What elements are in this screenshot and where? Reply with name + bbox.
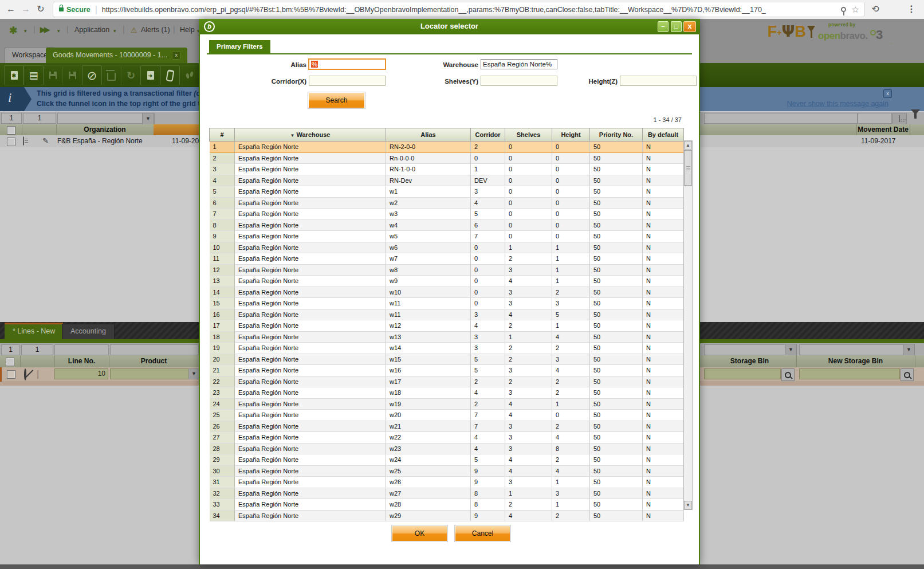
table-row[interactable]: 30España Región Nortew2594450N: [210, 465, 684, 477]
new-record-button[interactable]: ✱: [4, 65, 24, 85]
table-row[interactable]: 28España Región Nortew2343850N: [210, 443, 684, 454]
storage-bin-input[interactable]: [704, 368, 781, 379]
save-button[interactable]: [43, 65, 63, 85]
corridor-field[interactable]: [309, 76, 386, 86]
line-no-filter[interactable]: [54, 344, 109, 355]
browser-menu-icon[interactable]: ⋮: [905, 3, 918, 15]
maximize-button[interactable]: □: [671, 21, 682, 32]
table-scrollbar[interactable]: ▲ ▼: [683, 140, 693, 510]
never-show-link[interactable]: Never show this message again: [787, 100, 888, 108]
ok-button[interactable]: OK: [392, 525, 447, 541]
alerts-menu[interactable]: Alerts (1): [141, 26, 170, 34]
tab-goods-movements[interactable]: Goods Movements - 10000009 - 1...x: [46, 48, 187, 63]
back-icon[interactable]: ←: [5, 3, 17, 15]
table-row[interactable]: 33España Región Nortew2882150N: [210, 499, 684, 511]
table-row[interactable]: 7España Región Nortew350050N: [210, 209, 684, 220]
tab-accounting[interactable]: Accounting: [62, 324, 115, 339]
table-row[interactable]: 31España Región Nortew2693150N: [210, 477, 684, 488]
column-header-new-storage-bin[interactable]: New Storage Bin: [796, 355, 915, 367]
table-row[interactable]: 26España Región Nortew2173250N: [210, 421, 684, 432]
column-header-alias[interactable]: Alias: [386, 128, 471, 142]
table-row[interactable]: 4España Región NorteRN-DevDEV0050N: [210, 175, 684, 186]
history-icon[interactable]: ⟲: [869, 3, 882, 15]
reload-icon[interactable]: ↻: [34, 3, 47, 15]
movement-date-filter[interactable]: [858, 113, 892, 124]
table-row[interactable]: 23España Región Nortew1843250N: [210, 387, 684, 399]
new-storage-bin-search-icon[interactable]: [901, 368, 914, 381]
application-menu[interactable]: Application: [74, 26, 109, 34]
chevron-down-icon[interactable]: ▼: [785, 344, 797, 356]
table-row[interactable]: 16España Región Nortew1134550N: [210, 309, 684, 320]
column-header-line-no[interactable]: Line No.: [54, 355, 109, 367]
column-header-by-default[interactable]: By default: [643, 128, 684, 142]
table-row[interactable]: 8España Región Nortew460050N: [210, 219, 684, 231]
new-storage-bin-input[interactable]: [799, 368, 900, 379]
filter-cell[interactable]: [704, 113, 858, 124]
alias-field[interactable]: %: [308, 58, 386, 70]
chevron-down-icon[interactable]: ▾: [24, 28, 27, 34]
column-header-shelves[interactable]: Shelves: [505, 128, 552, 142]
scrollbar-thumb[interactable]: [684, 150, 692, 186]
undo-button[interactable]: ⊘: [82, 65, 102, 85]
table-row[interactable]: 9España Región Nortew570050N: [210, 231, 684, 242]
table-row[interactable]: 29España Región Nortew2454250N: [210, 454, 684, 466]
line-no-input[interactable]: 10: [54, 368, 108, 379]
funnel-icon[interactable]: [911, 115, 920, 125]
forward-icon[interactable]: →: [19, 3, 32, 15]
table-row[interactable]: 25España Región Nortew2074050N: [210, 410, 684, 421]
height-field[interactable]: [620, 76, 697, 86]
table-row[interactable]: 1España Región NorteRN-2-0-020050N: [210, 142, 684, 153]
row-checkbox[interactable]: [7, 370, 15, 379]
warehouse-field[interactable]: España Región Norte%: [481, 59, 557, 69]
column-header-priority-no-[interactable]: Priority No.: [590, 128, 643, 142]
storage-bin-filter[interactable]: [704, 344, 785, 355]
new-storage-bin-filter[interactable]: [799, 344, 903, 355]
select-all-checkbox[interactable]: [6, 358, 14, 366]
chevron-down-icon[interactable]: ▼: [142, 113, 154, 125]
table-row[interactable]: 17España Región Nortew1242150N: [210, 320, 684, 332]
quick-launch-icon[interactable]: ▶▶: [40, 25, 48, 34]
column-header-product[interactable]: Product: [109, 355, 199, 367]
row-checkbox[interactable]: [7, 138, 15, 146]
table-row[interactable]: 12España Región Nortew803150N: [210, 264, 684, 276]
table-row[interactable]: 13España Región Nortew904150N: [210, 276, 684, 287]
chevron-down-icon[interactable]: ▼: [188, 368, 199, 379]
edit-icon[interactable]: ✎: [42, 136, 49, 145]
scroll-down-icon[interactable]: ▼: [684, 501, 692, 509]
chevron-down-icon[interactable]: ▾: [57, 28, 60, 34]
column-header-warehouse[interactable]: ▼Warehouse: [235, 128, 386, 142]
tab-close-icon[interactable]: x: [172, 51, 180, 60]
column-header-movement-date[interactable]: Movement Date: [856, 124, 910, 135]
delete-button[interactable]: [101, 65, 121, 85]
cancel-button[interactable]: Cancel: [455, 525, 510, 541]
chevron-down-icon[interactable]: ▾: [113, 28, 116, 34]
storage-bin-search-icon[interactable]: [781, 368, 795, 381]
workspace-star-icon[interactable]: ✱: [9, 25, 17, 37]
column-header-sorted[interactable]: [154, 124, 199, 135]
table-row[interactable]: 5España Región Nortew130050N: [210, 186, 684, 198]
save-close-button[interactable]: [62, 65, 82, 85]
message-close-icon[interactable]: x: [883, 89, 892, 98]
scroll-up-icon[interactable]: ▲: [684, 141, 692, 150]
table-row[interactable]: 34España Región Nortew2994250N: [210, 510, 684, 521]
export-button[interactable]: ➜: [140, 65, 160, 85]
calendar-icon[interactable]: [892, 113, 907, 125]
help-menu[interactable]: Help: [180, 26, 195, 34]
organization-filter[interactable]: [57, 113, 155, 124]
tab-lines-new[interactable]: * Lines - New: [5, 323, 63, 339]
refresh-button[interactable]: ↻: [121, 65, 141, 85]
table-row[interactable]: 21España Región Nortew1653450N: [210, 365, 684, 376]
table-row[interactable]: 19España Región Nortew1432250N: [210, 343, 684, 354]
column-header-corridor[interactable]: Corridor: [471, 128, 505, 142]
column-header-height[interactable]: Height: [552, 128, 590, 142]
audit-trail-button[interactable]: [179, 65, 199, 85]
chevron-down-icon[interactable]: ▼: [903, 344, 915, 356]
attachment-button[interactable]: [160, 65, 180, 85]
tab-primary-filters[interactable]: Primary Filters: [209, 40, 270, 53]
table-row[interactable]: 22España Región Nortew1722250N: [210, 376, 684, 387]
table-row[interactable]: 10España Región Nortew601150N: [210, 242, 684, 253]
minimize-button[interactable]: −: [658, 21, 669, 32]
search-button[interactable]: Search: [308, 92, 365, 108]
bookmark-star-icon[interactable]: ☆: [852, 5, 859, 15]
url-text[interactable]: https://livebuilds.openbravo.com/erp_pi_…: [102, 6, 835, 14]
